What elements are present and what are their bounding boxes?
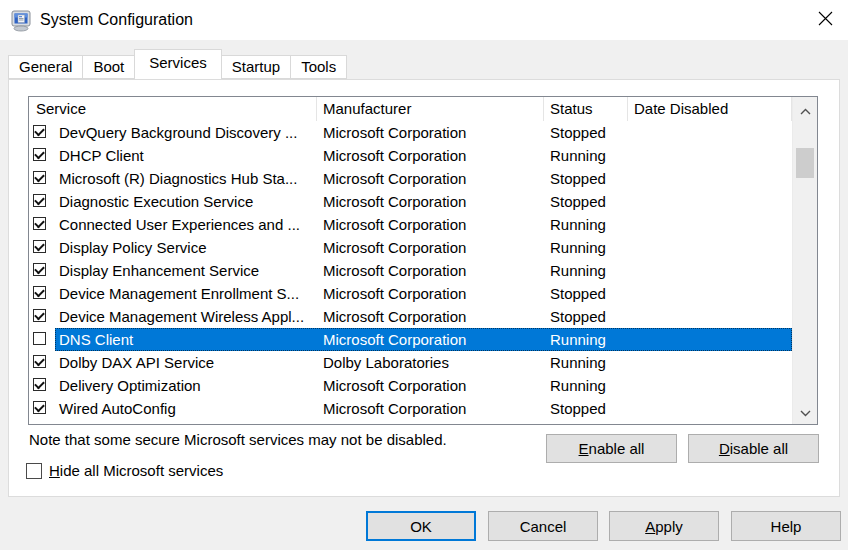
service-checkbox[interactable] <box>33 125 46 138</box>
tab-boot[interactable]: Boot <box>82 55 135 79</box>
cell-manufacturer: Microsoft Corporation <box>317 213 544 236</box>
scroll-down-button[interactable] <box>793 399 817 424</box>
service-checkbox[interactable] <box>33 240 46 253</box>
cell-status: Running <box>544 259 628 282</box>
help-button[interactable]: Help <box>731 511 841 541</box>
cell-status: Stopped <box>544 121 628 144</box>
service-row[interactable]: Display Enhancement ServiceMicrosoft Cor… <box>29 259 792 282</box>
vertical-scrollbar[interactable] <box>792 97 817 424</box>
cell-date_disabled <box>628 213 792 236</box>
service-row[interactable]: Device Management Wireless Appl...Micros… <box>29 305 792 328</box>
scrollbar-thumb[interactable] <box>796 148 814 178</box>
cell-service: Display Enhancement Service <box>55 259 317 282</box>
tab-general[interactable]: General <box>8 55 83 79</box>
cell-service: Device Management Wireless Appl... <box>55 305 317 328</box>
cell-manufacturer: Microsoft Corporation <box>317 190 544 213</box>
service-checkbox[interactable] <box>33 217 46 230</box>
ok-button[interactable]: OK <box>366 511 476 541</box>
disable-all-button[interactable]: Disable all <box>688 434 819 463</box>
service-checkbox[interactable] <box>33 263 46 276</box>
tab-startup[interactable]: Startup <box>221 55 291 79</box>
apply-button[interactable]: Apply <box>609 511 719 541</box>
service-row-cells: Device Management Wireless Appl...Micros… <box>55 305 792 328</box>
service-row[interactable]: Display Policy ServiceMicrosoft Corporat… <box>29 236 792 259</box>
service-row[interactable]: Device Management Enrollment S...Microso… <box>29 282 792 305</box>
hide-microsoft-services-checkbox[interactable] <box>26 463 42 479</box>
service-row[interactable]: Delivery OptimizationMicrosoft Corporati… <box>29 374 792 397</box>
cell-service: Device Management Enrollment S... <box>55 282 317 305</box>
scroll-up-button[interactable] <box>793 97 817 122</box>
service-row-cells <box>55 420 792 422</box>
service-row[interactable]: Dolby DAX API ServiceDolby LaboratoriesR… <box>29 351 792 374</box>
cell-date_disabled <box>628 420 792 422</box>
service-checkbox[interactable] <box>33 355 46 368</box>
service-checkbox[interactable] <box>33 194 46 207</box>
cell-manufacturer: Microsoft Corporation <box>317 374 544 397</box>
cell-status: Running <box>544 213 628 236</box>
services-note: Note that some secure Microsoft services… <box>29 431 447 448</box>
tab-services[interactable]: Services <box>134 49 222 79</box>
service-row-cells: Delivery OptimizationMicrosoft Corporati… <box>55 374 792 397</box>
enable-all-mnemonic: E <box>579 440 589 457</box>
services-tab-page: Service Manufacturer Status Date Disable… <box>8 79 840 497</box>
close-button[interactable] <box>802 0 848 40</box>
service-row[interactable]: Wired AutoConfigMicrosoft CorporationSto… <box>29 397 792 420</box>
chevron-up-icon <box>800 101 811 119</box>
enable-all-label: nable all <box>589 440 645 457</box>
cell-date_disabled <box>628 259 792 282</box>
service-checkbox[interactable] <box>33 286 46 299</box>
service-row[interactable] <box>29 420 792 422</box>
service-row-cells: Display Enhancement ServiceMicrosoft Cor… <box>55 259 792 282</box>
cell-manufacturer: Dolby Laboratories <box>317 351 544 374</box>
hide-microsoft-services-label[interactable]: Hide all Microsoft services <box>49 462 223 479</box>
service-checkbox[interactable] <box>33 171 46 184</box>
service-row[interactable]: Microsoft (R) Diagnostics Hub Sta...Micr… <box>29 167 792 190</box>
service-row-cells: Display Policy ServiceMicrosoft Corporat… <box>55 236 792 259</box>
enable-all-button[interactable]: Enable all <box>546 434 677 463</box>
hide-microsoft-services-control: Hide all Microsoft services <box>26 462 223 479</box>
cell-service: Diagnostic Execution Service <box>55 190 317 213</box>
cell-date_disabled <box>628 121 792 144</box>
cell-manufacturer: Microsoft Corporation <box>317 144 544 167</box>
service-row-cells: Wired AutoConfigMicrosoft CorporationSto… <box>55 397 792 420</box>
service-row[interactable]: DevQuery Background Discovery ...Microso… <box>29 121 792 144</box>
cell-manufacturer: Microsoft Corporation <box>317 236 544 259</box>
column-header-service[interactable]: Service <box>29 97 317 121</box>
service-row-cells: Connected User Experiences and ...Micros… <box>55 213 792 236</box>
service-row[interactable]: DNS ClientMicrosoft CorporationRunning <box>29 328 792 351</box>
tab-bar: General Boot Services Startup Tools <box>8 55 346 79</box>
hide-label-mnemonic: H <box>49 462 60 479</box>
service-row[interactable]: Connected User Experiences and ...Micros… <box>29 213 792 236</box>
service-row-cells: Diagnostic Execution ServiceMicrosoft Co… <box>55 190 792 213</box>
service-row-cells: Dolby DAX API ServiceDolby LaboratoriesR… <box>55 351 792 374</box>
apply-mnemonic: A <box>645 518 655 535</box>
cell-date_disabled <box>628 351 792 374</box>
disable-all-label: isable all <box>730 440 788 457</box>
disable-all-mnemonic: D <box>719 440 730 457</box>
tab-tools[interactable]: Tools <box>290 55 347 79</box>
service-checkbox[interactable] <box>33 378 46 391</box>
cell-service: DNS Client <box>55 328 317 351</box>
service-row[interactable]: DHCP ClientMicrosoft CorporationRunning <box>29 144 792 167</box>
cell-status: Running <box>544 144 628 167</box>
cell-manufacturer: Microsoft Corporation <box>317 282 544 305</box>
cell-service: Wired AutoConfig <box>55 397 317 420</box>
cell-status: Stopped <box>544 282 628 305</box>
cell-service: Microsoft (R) Diagnostics Hub Sta... <box>55 167 317 190</box>
apply-label: pply <box>655 518 683 535</box>
service-row-cells: Microsoft (R) Diagnostics Hub Sta...Micr… <box>55 167 792 190</box>
service-checkbox[interactable] <box>33 401 46 414</box>
cell-status: Running <box>544 351 628 374</box>
service-row[interactable]: Diagnostic Execution ServiceMicrosoft Co… <box>29 190 792 213</box>
column-header-manufacturer[interactable]: Manufacturer <box>317 97 544 121</box>
close-icon <box>818 11 833 29</box>
cell-service: Display Policy Service <box>55 236 317 259</box>
column-header-status[interactable]: Status <box>544 97 628 121</box>
service-checkbox[interactable] <box>33 309 46 322</box>
cell-status: Stopped <box>544 397 628 420</box>
service-checkbox[interactable] <box>33 148 46 161</box>
service-checkbox[interactable] <box>33 332 46 345</box>
cell-status: Running <box>544 236 628 259</box>
cancel-button[interactable]: Cancel <box>488 511 598 541</box>
column-header-date-disabled[interactable]: Date Disabled <box>628 97 792 121</box>
